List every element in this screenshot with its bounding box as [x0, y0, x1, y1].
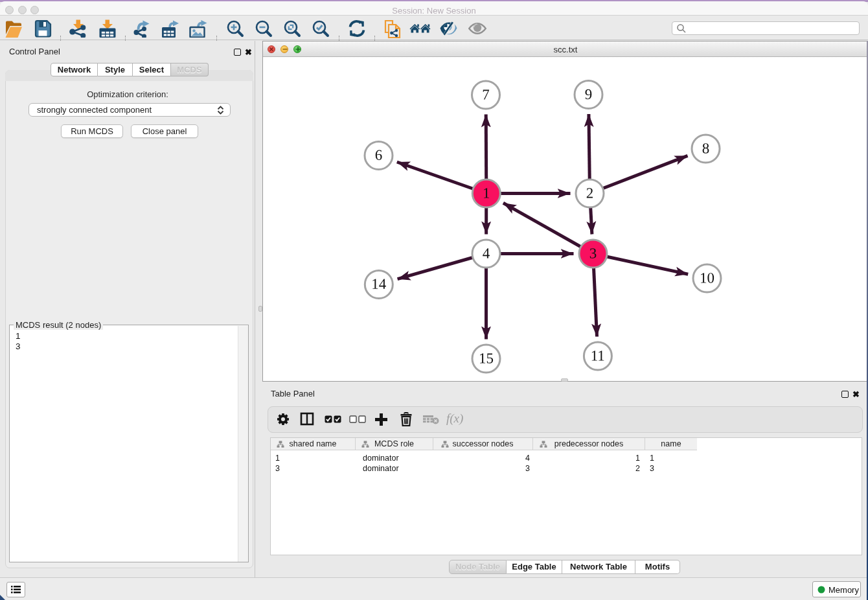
svg-text:2: 2	[586, 185, 594, 202]
svg-text:14: 14	[371, 276, 387, 292]
svg-text:6: 6	[375, 147, 383, 163]
svg-text:3: 3	[589, 246, 597, 262]
svg-text:1: 1	[483, 185, 490, 201]
svg-text:7: 7	[482, 86, 490, 102]
svg-text:10: 10	[700, 270, 714, 286]
svg-text:11: 11	[591, 348, 605, 364]
svg-text:9: 9	[585, 86, 593, 102]
svg-text:8: 8	[702, 141, 710, 157]
svg-text:4: 4	[483, 245, 490, 261]
svg-text:15: 15	[479, 350, 494, 366]
